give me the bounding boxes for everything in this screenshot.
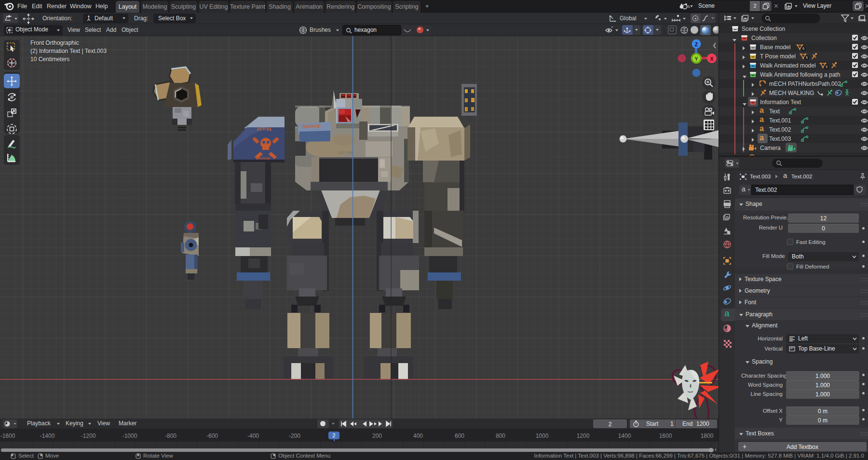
- svg-text:SAVAGE: SAVAGE: [302, 123, 321, 129]
- svg-text:Z: Z: [695, 41, 698, 47]
- svg-text:ATT-01: ATT-01: [257, 126, 272, 132]
- svg-text:18TY08: 18TY08: [338, 150, 353, 155]
- svg-text:X: X: [710, 56, 713, 62]
- svg-text:Y: Y: [694, 56, 698, 62]
